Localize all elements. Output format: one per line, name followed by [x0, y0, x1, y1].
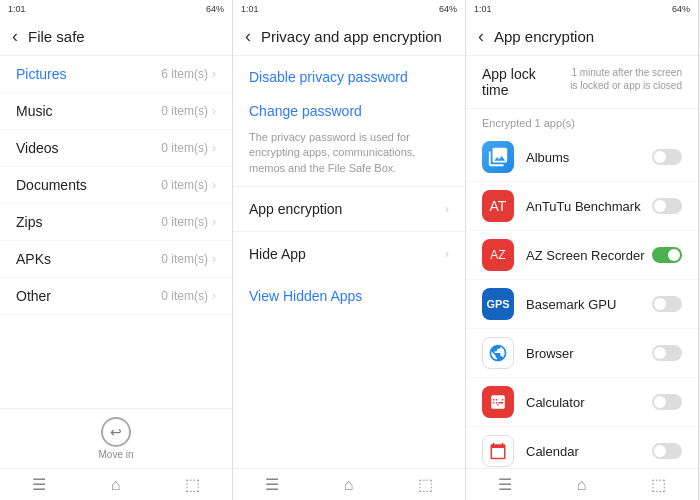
privacy-list: Disable privacy password Change password…	[233, 56, 465, 468]
nav-home-2[interactable]: ⌂	[344, 476, 354, 494]
item-count-pictures: 6 item(s)	[161, 67, 208, 81]
item-right-documents: 0 item(s) ›	[161, 178, 216, 192]
item-right-videos: 0 item(s) ›	[161, 141, 216, 155]
app-lock-row: App lock time 1 minute after the screen …	[466, 56, 698, 109]
app-lock-label: App lock time	[482, 66, 562, 98]
app-item-browser: Browser	[466, 329, 698, 378]
app-name-basemark: Basemark GPU	[526, 297, 652, 312]
back-button-3[interactable]: ‹	[478, 26, 484, 47]
back-button-2[interactable]: ‹	[245, 26, 251, 47]
app-name-calendar: Calendar	[526, 444, 652, 459]
file-safe-item-apks[interactable]: APKs 0 item(s) ›	[0, 241, 232, 278]
disable-password-link[interactable]: Disable privacy password	[249, 69, 408, 85]
panel-file-safe: 1:01 64% ‹ File safe Pictures 6 item(s) …	[0, 0, 233, 500]
toggle-antutu[interactable]	[652, 198, 682, 214]
app-icon-albums	[482, 141, 514, 173]
app-icon-az: AZ	[482, 239, 514, 271]
chevron-apks: ›	[212, 252, 216, 266]
bottom-nav-1: ☰ ⌂ ⬚	[0, 468, 232, 500]
hide-app-label: Hide App	[249, 246, 306, 262]
change-password-link[interactable]: Change password	[249, 103, 362, 119]
toggle-calendar[interactable]	[652, 443, 682, 459]
view-hidden-apps[interactable]: View Hidden Apps	[233, 276, 465, 316]
app-name-calculator: Calculator	[526, 395, 652, 410]
file-safe-item-documents[interactable]: Documents 0 item(s) ›	[0, 167, 232, 204]
status-right-3: 64%	[672, 4, 690, 14]
disable-privacy-password[interactable]: Disable privacy password	[233, 56, 465, 90]
item-name-videos: Videos	[16, 140, 59, 156]
file-safe-item-pictures[interactable]: Pictures 6 item(s) ›	[0, 56, 232, 93]
item-name-pictures: Pictures	[16, 66, 67, 82]
toggle-browser[interactable]	[652, 345, 682, 361]
toggle-basemark[interactable]	[652, 296, 682, 312]
toggle-az[interactable]	[652, 247, 682, 263]
item-name-music: Music	[16, 103, 53, 119]
move-in-button[interactable]: ↩	[101, 417, 131, 447]
chevron-videos: ›	[212, 141, 216, 155]
back-button-1[interactable]: ‹	[12, 26, 18, 47]
battery-3: 64%	[672, 4, 690, 14]
battery-2: 64%	[439, 4, 457, 14]
item-name-zips: Zips	[16, 214, 42, 230]
header-app-encryption: ‹ App encryption	[466, 18, 698, 56]
nav-menu-1[interactable]: ☰	[32, 475, 46, 494]
item-count-apks: 0 item(s)	[161, 252, 208, 266]
app-encryption-nav[interactable]: App encryption ›	[233, 186, 465, 231]
app-icon-basemark: GPS	[482, 288, 514, 320]
status-bar-3: 1:01 64%	[466, 0, 698, 18]
app-item-antutu: AT AnTuTu Benchmark	[466, 182, 698, 231]
privacy-description: The privacy password is used for encrypt…	[233, 124, 465, 186]
panel-title-1: File safe	[28, 28, 85, 45]
nav-menu-2[interactable]: ☰	[265, 475, 279, 494]
app-encryption-label: App encryption	[249, 201, 342, 217]
app-icon-browser	[482, 337, 514, 369]
app-item-calendar: Calendar	[466, 427, 698, 468]
chevron-zips: ›	[212, 215, 216, 229]
chevron-documents: ›	[212, 178, 216, 192]
app-name-az: AZ Screen Recorder	[526, 248, 652, 263]
panel-title-2: Privacy and app encryption	[261, 28, 442, 45]
chevron-other: ›	[212, 289, 216, 303]
nav-home-1[interactable]: ⌂	[111, 476, 121, 494]
file-safe-item-music[interactable]: Music 0 item(s) ›	[0, 93, 232, 130]
nav-menu-3[interactable]: ☰	[498, 475, 512, 494]
item-count-zips: 0 item(s)	[161, 215, 208, 229]
nav-back-2[interactable]: ⬚	[418, 475, 433, 494]
battery-1: 64%	[206, 4, 224, 14]
status-left-3: 1:01	[474, 4, 492, 14]
toggle-calculator[interactable]	[652, 394, 682, 410]
file-safe-list: Pictures 6 item(s) › Music 0 item(s) › V…	[0, 56, 232, 408]
item-count-videos: 0 item(s)	[161, 141, 208, 155]
change-password-item[interactable]: Change password	[233, 90, 465, 124]
panel-app-encryption: 1:01 64% ‹ App encryption App lock time …	[466, 0, 699, 500]
app-lock-time: 1 minute after the screen is locked or a…	[562, 66, 682, 92]
app-item-az: AZ AZ Screen Recorder	[466, 231, 698, 280]
status-left-1: 1:01	[8, 4, 26, 14]
app-list: Albums AT AnTuTu Benchmark AZ AZ Screen …	[466, 133, 698, 468]
file-safe-item-videos[interactable]: Videos 0 item(s) ›	[0, 130, 232, 167]
bottom-nav-3: ☰ ⌂ ⬚	[466, 468, 698, 500]
app-icon-calendar	[482, 435, 514, 467]
app-icon-calculator	[482, 386, 514, 418]
item-right-music: 0 item(s) ›	[161, 104, 216, 118]
hide-app-nav[interactable]: Hide App ›	[233, 231, 465, 276]
nav-home-3[interactable]: ⌂	[577, 476, 587, 494]
time-1: 1:01	[8, 4, 26, 14]
status-right-2: 64%	[439, 4, 457, 14]
toggle-albums[interactable]	[652, 149, 682, 165]
nav-back-1[interactable]: ⬚	[185, 475, 200, 494]
app-item-basemark: GPS Basemark GPU	[466, 280, 698, 329]
file-safe-item-zips[interactable]: Zips 0 item(s) ›	[0, 204, 232, 241]
time-2: 1:01	[241, 4, 259, 14]
panel-title-3: App encryption	[494, 28, 594, 45]
item-name-apks: APKs	[16, 251, 51, 267]
item-count-other: 0 item(s)	[161, 289, 208, 303]
file-safe-item-other[interactable]: Other 0 item(s) ›	[0, 278, 232, 315]
nav-back-3[interactable]: ⬚	[651, 475, 666, 494]
item-right-apks: 0 item(s) ›	[161, 252, 216, 266]
item-right-zips: 0 item(s) ›	[161, 215, 216, 229]
move-in-label: Move in	[98, 449, 133, 460]
app-icon-antutu: AT	[482, 190, 514, 222]
app-name-albums: Albums	[526, 150, 652, 165]
item-right-other: 0 item(s) ›	[161, 289, 216, 303]
